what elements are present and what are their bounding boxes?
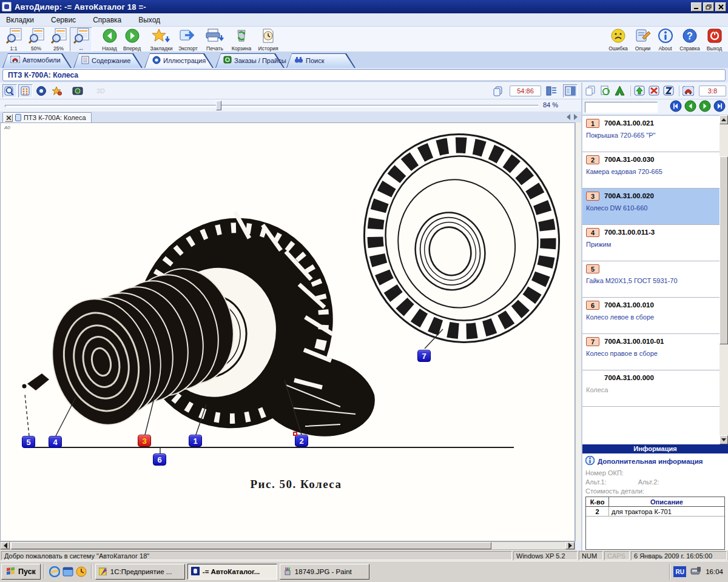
parts-ratio-box: 3:8 [699,85,726,96]
language-indicator[interactable]: RU [673,566,686,577]
bookmark-page-button[interactable] [50,84,64,98]
forward-button[interactable]: Вперед [121,27,143,52]
part-row-2[interactable]: 2 700А.31-00.030 Камера ездовая 720-665 [582,152,720,189]
part-row-3[interactable]: 3 700А.31.00.020 Колесо DW 610-660 [582,189,720,225]
panel-view-button[interactable] [563,84,578,98]
parts-toolbar: 3:8 [582,82,728,99]
start-button[interactable]: Пуск [1,564,41,580]
doc-tab-scroll-left[interactable] [567,114,570,120]
list-view-button[interactable] [544,84,559,98]
doc-tab-scroll-right[interactable] [574,114,578,120]
scroll-down-arrow[interactable] [720,435,728,444]
history-button[interactable]: История [255,27,281,52]
snapshot-tool-button[interactable] [70,84,85,98]
menu-servis[interactable]: Сервис [51,16,76,24]
part-marker-1[interactable]: 1 [189,435,202,447]
document-tab[interactable]: ПТЗ К-700А: Колеса [2,112,92,122]
view-3d-button[interactable]: 3D [93,84,108,98]
close-icon[interactable] [5,114,13,122]
scroll-left-arrow[interactable] [1,542,10,549]
last-record-button[interactable] [713,100,726,115]
part-marker-7[interactable]: 7 [417,350,431,362]
part-row-8[interactable]: 700А.31.00.000 Колеса [582,370,720,407]
zoom-slider-thumb[interactable] [216,101,221,110]
breadcrumb[interactable]: ПТЗ К-700А: Колеса [2,69,726,81]
ie-quicklaunch-icon[interactable] [48,565,61,578]
part-row-4[interactable]: 4 700.31.00.011-3 Прижим [582,225,720,261]
options-button[interactable]: Опции [632,27,654,52]
help-button[interactable]: ? Справка [676,27,703,52]
exit-button[interactable]: Выход [703,27,726,52]
vehicle-button[interactable] [682,84,695,98]
scroll-up-arrow[interactable] [720,115,728,124]
minimize-button[interactable] [691,2,702,12]
previous-record-button[interactable] [684,100,696,115]
menu-spravka[interactable]: Справка [93,16,121,24]
scroll-thumb[interactable] [11,542,491,549]
edit-button[interactable] [662,84,675,98]
thumbnails-tool-button[interactable] [18,84,33,98]
canvas-horizontal-scrollbar[interactable] [0,541,575,550]
print-button[interactable]: Печать [201,27,228,52]
table-row[interactable]: 2 для трактора К-701 [586,507,724,517]
analogs-button[interactable] [613,84,627,98]
zoom-50-button[interactable]: 50% [25,27,47,52]
scroll-right-arrow[interactable] [565,542,575,549]
part-marker-4[interactable]: 4 [49,436,62,448]
next-record-button[interactable] [699,100,711,115]
part-row-5[interactable]: 5 Гайка М20Х1,5 ГОСТ 5931-70 [582,261,720,298]
delete-button[interactable] [647,84,661,98]
tray-device-icon[interactable] [690,566,701,577]
zoom-fit-width-button[interactable]: ↔ [70,27,92,52]
tab-poisk[interactable]: Поиск [286,53,356,68]
refresh-button[interactable] [599,84,612,98]
zoom-25-button[interactable]: 25% [47,27,70,52]
part-row-1[interactable]: 1 700А.31.00.021 Покрышка 720-665 "Р" [582,116,720,152]
window-quicklaunch-icon[interactable] [61,565,75,578]
part-row-6[interactable]: 6 700А.31.00.010 Колесо левое в сборе [582,298,720,334]
part-marker-6[interactable]: 6 [153,453,166,466]
back-button[interactable]: Назад [98,27,121,52]
menu-vkladki[interactable]: Вкладки [6,16,34,24]
star-icon [152,28,171,46]
task-avtokatalog[interactable]: -= АвтоКаталог... [187,564,277,580]
taskbar-clock: 16:04 [706,568,723,575]
lens-tool-button[interactable] [34,84,49,98]
task-1c-predpriyatie[interactable]: 1С:Предприятие ... [95,564,185,580]
pages-copy-button[interactable] [491,84,505,98]
close-button[interactable] [715,2,726,12]
about-button[interactable]: About [654,27,676,52]
first-record-button[interactable] [670,100,682,115]
tab-illyustraciya[interactable]: Иллюстрация [144,53,214,68]
usage-table: К-во Описание 2 для трактора К-701 [585,497,725,550]
menu-vyhod[interactable]: Выход [138,16,160,24]
parts-filter-input[interactable] [585,102,658,113]
info-icon [658,28,673,46]
export-button[interactable]: Экспорт [175,27,201,52]
part-marker-3[interactable]: 3 [138,435,151,447]
cart-button[interactable]: Корзина [228,27,255,52]
zoom-100-button[interactable]: 1:1 [2,27,25,52]
copy-button[interactable] [584,84,598,98]
bookmarks-button[interactable]: Закладки [148,27,175,52]
move-up-button[interactable] [633,84,646,98]
clock-quicklaunch-icon[interactable] [75,565,88,578]
tab-avtomobili[interactable]: Автомобили [2,53,72,68]
illustration-canvas[interactable]: Рис. 50. Колеса A0 5436127 [0,122,575,541]
part-row-7[interactable]: 7 700А.31.00.010-01 Колесо правое в сбор… [582,334,720,370]
tab-soderzhanie[interactable]: Содержание [73,53,143,68]
application-window: АвтоДилер: -= АвтоКаталог 18 =- Вкладки … [0,0,728,582]
pan-zoom-tool-button[interactable] [2,84,17,98]
window-title: АвтоДилер: -= АвтоКаталог 18 =- [15,2,146,12]
task-paint[interactable]: 18749.JPG - Paint [280,564,369,580]
canvas-vertical-scrollbar[interactable] [575,122,581,541]
tab-zakazy-prajsy[interactable]: Заказы / Прайсы [215,53,285,68]
viewer-toolbar: 3D 54:86 [0,82,581,99]
restore-button[interactable] [703,2,714,12]
part-marker-2[interactable]: 2 [295,435,308,447]
part-marker-5[interactable]: 5 [22,436,35,448]
error-report-button[interactable]: Ошибка [605,27,632,52]
scroll-thumb[interactable] [720,156,728,344]
zoom-slider-track[interactable] [5,105,539,107]
parts-list-scrollbar[interactable] [720,115,728,444]
